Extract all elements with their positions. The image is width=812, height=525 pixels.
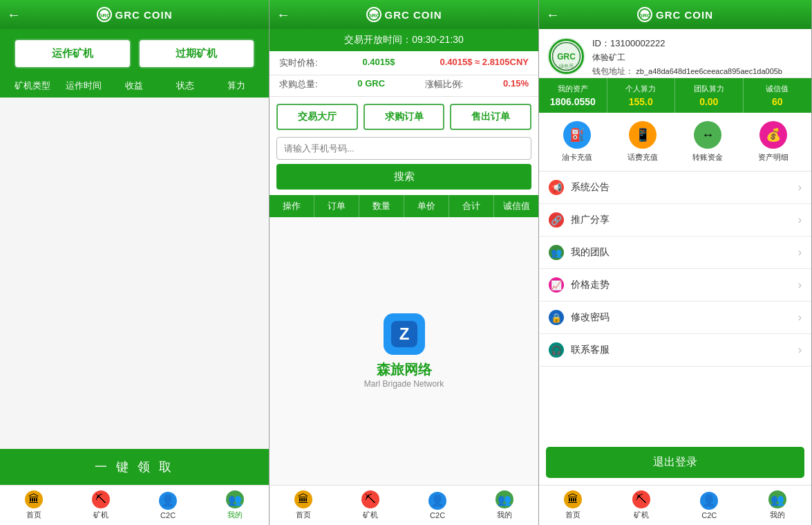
quick-action-assets[interactable]: 💰 资产明细	[758, 121, 789, 163]
price-arrow-icon: ›	[798, 279, 802, 291]
asset-value-0: 1806.0550	[542, 96, 604, 107]
menu-item-announcement[interactable]: 📢 系统公告 ›	[539, 172, 811, 204]
order-col-action: 操作	[270, 195, 314, 217]
quick-action-phone[interactable]: 📱 话费充值	[627, 121, 658, 163]
menu-item-password[interactable]: 🔒 修改密码 ›	[539, 302, 811, 334]
assets-label: 资产明细	[758, 152, 789, 163]
phone-icon: 📱	[629, 121, 657, 149]
middle-grc-logo-icon: GRC	[366, 7, 381, 22]
svg-text:GRC: GRC	[368, 12, 380, 19]
buy-total-val: 0 GRC	[357, 78, 385, 91]
middle-bottom-nav: 🏛 首页 ⛏ 矿机 👤 C2C 👥 我的	[270, 485, 538, 525]
order-col-qty: 数量	[359, 195, 404, 217]
wallet-addr: zb_a48da648d1ee6ceeaca895aec1da005b	[636, 67, 782, 75]
left-nav-mine-label: 矿机	[93, 510, 108, 520]
assets-grid: 我的资产 1806.0550 个人算力 155.0 团队算力 0.00 诚信值 …	[539, 78, 811, 113]
col-run-time: 运作时间	[58, 80, 109, 92]
user-details: ID：13100002222 体验矿工 钱包地址： zb_a48da648d1e…	[592, 37, 803, 77]
middle-nav-c2c[interactable]: 👤 C2C	[404, 486, 471, 525]
realtime-price-cny: 0.4015$ ≈ 2.8105CNY	[440, 57, 529, 69]
middle-home-icon: 🏛	[294, 490, 312, 508]
menu-share-text: 推广分享	[571, 214, 798, 226]
middle-header-title: GRC COIN	[385, 9, 442, 21]
left-nav-c2c[interactable]: 👤 C2C	[135, 486, 202, 525]
asset-value-2: 0.00	[678, 96, 740, 107]
wallet-label: 钱包地址：	[592, 66, 634, 76]
realtime-price-label: 实时价格:	[279, 57, 318, 69]
menu-team-text: 我的团队	[571, 246, 798, 259]
trade-hall-button[interactable]: 交易大厅	[276, 104, 358, 130]
right-nav-c2c[interactable]: 👤 C2C	[675, 486, 744, 525]
expired-mine-button[interactable]: 过期矿机	[138, 39, 256, 68]
menu-item-team[interactable]: 👥 我的团队 ›	[539, 237, 811, 269]
left-nav-mine[interactable]: ⛏ 矿机	[67, 486, 134, 525]
phone-search-input[interactable]	[276, 137, 531, 160]
asset-label-2: 团队算力	[678, 84, 740, 94]
brand-logo: Z 森旅网络 Marl Brigade Network	[364, 313, 444, 389]
menu-item-support[interactable]: 🎧 联系客服 ›	[539, 334, 811, 367]
left-back-button[interactable]: ←	[7, 7, 21, 23]
order-col-total: 合计	[449, 195, 494, 217]
right-nav-mine[interactable]: ⛏ 矿机	[607, 486, 676, 525]
running-mine-button[interactable]: 运作矿机	[14, 39, 131, 68]
right-nav-home[interactable]: 🏛 首页	[539, 486, 607, 525]
left-grc-logo-icon: GRC	[97, 7, 112, 22]
quick-action-fuel[interactable]: ⛽ 油卡充值	[562, 121, 592, 163]
right-nav-my[interactable]: 👥 我的	[744, 486, 812, 525]
left-my-icon: 👥	[226, 490, 244, 508]
middle-nav-mine[interactable]: ⛏ 矿机	[337, 486, 404, 525]
share-arrow-icon: ›	[798, 214, 802, 226]
left-nav-home-label: 首页	[26, 510, 41, 520]
order-col-trust: 诚信值	[494, 195, 538, 217]
share-icon: 🔗	[549, 212, 564, 228]
middle-nav-home-label: 首页	[296, 510, 311, 520]
menu-item-price[interactable]: 📈 价格走势 ›	[539, 269, 811, 302]
right-nav-mine-label: 矿机	[634, 510, 649, 520]
left-table-header: 矿机类型 运作时间 收益 状态 算力	[0, 75, 269, 98]
svg-text:Z: Z	[399, 324, 409, 343]
middle-nav-my[interactable]: 👥 我的	[471, 486, 538, 525]
search-area: 搜索	[270, 137, 538, 195]
col-hashrate: 算力	[211, 80, 262, 92]
left-content-area	[0, 98, 269, 449]
asset-cell-1: 个人算力 155.0	[607, 78, 676, 113]
search-button[interactable]: 搜索	[276, 164, 531, 190]
order-col-price: 单价	[404, 195, 449, 217]
brand-z-icon: Z	[391, 321, 417, 347]
left-mine-buttons: 运作矿机 过期矿机	[0, 29, 269, 75]
middle-nav-home[interactable]: 🏛 首页	[270, 486, 337, 525]
right-bottom-nav: 🏛 首页 ⛏ 矿机 👤 C2C 👥 我的	[539, 485, 811, 525]
middle-back-button[interactable]: ←	[276, 7, 290, 23]
panel-middle: ← GRC GRC COIN 交易开放时间：09:30-21:30 实时价格: …	[270, 0, 539, 525]
left-nav-my[interactable]: 👥 我的	[202, 486, 269, 525]
left-c2c-icon: 👤	[159, 492, 177, 510]
asset-value-1: 155.0	[610, 96, 672, 107]
logout-button[interactable]: 退出登录	[546, 447, 804, 478]
right-home-icon: 🏛	[564, 490, 582, 508]
right-nav-home-label: 首页	[565, 510, 580, 520]
brand-icon: Z	[384, 313, 425, 355]
assets-icon: 💰	[759, 121, 787, 149]
right-back-button[interactable]: ←	[546, 7, 560, 23]
asset-cell-2: 团队算力 0.00	[675, 78, 744, 113]
right-c2c-icon: 👤	[700, 492, 718, 510]
password-icon: 🔒	[549, 310, 564, 325]
claim-button[interactable]: 一 键 领 取	[0, 449, 269, 485]
quick-action-transfer[interactable]: ↔ 转账资金	[692, 121, 723, 163]
right-grc-logo-icon: GRC	[637, 7, 652, 22]
buy-order-button[interactable]: 求购订单	[363, 104, 445, 130]
right-mine-icon: ⛏	[632, 490, 650, 508]
left-nav-home[interactable]: 🏛 首页	[0, 486, 67, 525]
quick-actions: ⛽ 油卡充值 📱 话费充值 ↔ 转账资金 💰 资产明细	[539, 113, 811, 172]
transfer-label: 转账资金	[692, 152, 723, 163]
announcement-arrow-icon: ›	[798, 181, 802, 194]
trade-buttons: 交易大厅 求购订单 售出订单	[270, 97, 538, 137]
asset-cell-0: 我的资产 1806.0550	[539, 78, 607, 113]
fuel-icon: ⛽	[563, 121, 591, 149]
left-nav-c2c-label: C2C	[160, 511, 176, 519]
sell-order-button[interactable]: 售出订单	[450, 104, 531, 130]
col-mine-type: 矿机类型	[7, 80, 58, 92]
asset-label-3: 诚信值	[746, 84, 809, 94]
user-id-text: ID：13100002222	[592, 37, 803, 50]
menu-item-share[interactable]: 🔗 推广分享 ›	[539, 204, 811, 237]
